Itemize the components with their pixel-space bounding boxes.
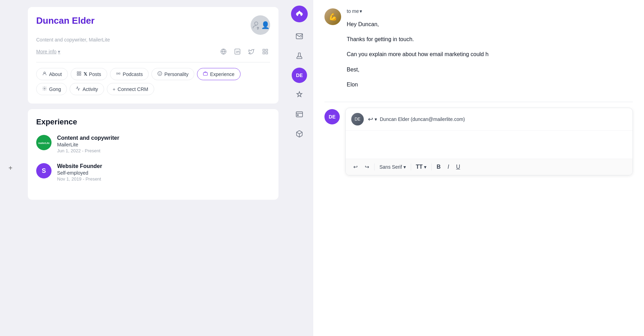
profile-title: Content and copywriter, MailerLite [36,37,270,43]
exp-date-2: Nov 1, 2019 - Present [57,176,102,182]
to-me-label: to me [347,8,359,14]
toolbar-divider-2 [411,163,411,170]
size-label: TT [416,164,423,170]
person-icon [42,71,47,77]
font-selector[interactable]: Sans Serif ▾ [377,163,408,171]
undo-button[interactable]: ↩ [351,162,360,171]
reply-toolbar: ↩ ↪ Sans Serif ▾ TT ▾ B [346,159,633,175]
ai-icon-button[interactable] [291,86,308,103]
podcast-icon [116,71,121,77]
profile-tabs: About 𝕏 Posts [36,68,270,95]
tab-activity-label: Activity [83,86,98,92]
more-info-label: More info [36,49,56,54]
reply-body[interactable] [346,131,633,159]
tab-connect-crm[interactable]: + Connect CRM [107,83,154,95]
experience-section-title: Experience [36,117,270,127]
email-compose-icon-button[interactable] [291,28,308,45]
tab-podcasts[interactable]: Podcasts [110,68,149,80]
experience-info-1: Content and copywriter MailerLite Jun 1,… [57,135,119,153]
tab-gong[interactable]: Gong [36,83,67,95]
side-action-icons: DE [324,108,340,175]
svg-text:?: ? [257,26,259,30]
plus-icon-tab: + [113,86,116,92]
svg-point-0 [254,22,258,25]
svg-rect-8 [263,49,265,51]
tab-personality-label: Personality [164,71,188,77]
avatar: ? 👤 [251,15,270,35]
svg-rect-28 [297,115,299,116]
email-content: 💪 to me ▾ Hey Duncan, Thanks for getting… [313,0,644,336]
svg-rect-16 [79,74,81,75]
cube-icon-button[interactable] [291,125,308,142]
email-line-3: Can you explain more about how email mar… [347,49,633,59]
svg-point-17 [118,73,119,74]
divider [36,62,270,62]
svg-point-23 [44,88,45,89]
reply-compose-box[interactable]: DE ↩ ▾ Duncan Elder (duncan@mailerlite.c… [345,108,633,175]
tab-activity[interactable]: Activity [70,83,104,95]
size-selector[interactable]: TT ▾ [414,162,429,171]
exp-date-1: Jun 1, 2022 - Present [57,148,119,153]
middle-sidebar: DE [285,0,313,336]
reply-header: DE ↩ ▾ Duncan Elder (duncan@mailerlite.c… [346,108,633,131]
tab-connect-crm-label: Connect CRM [118,86,148,92]
activity-icon [76,86,80,92]
toolbar-divider-3 [431,163,432,170]
emoji-icon [157,71,162,77]
self-employed-logo: S [36,163,52,178]
exp-role-2: Website Founder [57,163,102,169]
svg-rect-15 [77,74,78,75]
italic-button[interactable]: I [446,162,451,171]
grid-icon[interactable] [260,47,270,56]
tab-personality[interactable]: Personality [151,68,194,80]
exp-role-1: Content and copywriter [57,135,119,141]
reply-to-name: Duncan Elder (duncan@mailerlite.com) [380,116,465,122]
globe-icon[interactable] [219,47,228,56]
bold-button[interactable]: B [434,162,443,171]
email-line-2: Thanks for getting in touch. [347,35,633,44]
add-button[interactable]: + [5,162,16,174]
left-panel: Duncan Elder ? 👤 Content and copywriter,… [21,0,285,336]
email-line-5: Elon [347,80,633,89]
tab-about[interactable]: About [36,68,68,80]
email-line-4: Best, [347,65,633,74]
tab-experience[interactable]: Experience [197,68,240,80]
profile-card: Duncan Elder ? 👤 Content and copywriter,… [28,7,278,104]
size-dropdown-icon: ▾ [424,164,426,170]
reply-dropdown-button[interactable]: ▾ [375,116,377,122]
card-icon-button[interactable] [291,106,308,123]
svg-rect-27 [296,112,303,117]
email-line-1: Hey Duncan, [347,20,633,29]
lotus-icon-button[interactable] [291,6,308,22]
tab-posts[interactable]: 𝕏 Posts [71,68,107,80]
tab-posts-label: Posts [89,71,101,77]
svg-rect-10 [263,52,265,54]
font-label: Sans Serif [379,164,402,170]
more-info-row: More info ▾ [36,47,270,56]
exp-company-1: MailerLite [57,142,119,147]
underline-button[interactable]: U [454,162,462,171]
exp-company-2: Self-employed [57,170,102,176]
reply-info: ↩ ▾ Duncan Elder (duncan@mailerlite.com) [368,115,465,123]
tab-about-label: About [49,71,62,77]
to-me-dropdown-icon: ▾ [360,8,362,14]
svg-rect-11 [266,52,268,54]
redo-button[interactable]: ↪ [363,162,371,171]
mailerlite-logo: mailerLite [36,135,52,150]
twitter-icon[interactable] [246,47,256,56]
profile-name: Duncan Elder [36,15,95,26]
de-badge-button[interactable]: DE [291,67,308,84]
experience-card: Experience mailerLite Content and copywr… [28,109,278,200]
de-badge: DE [292,68,307,83]
add-button-wrapper: + [0,0,21,336]
social-icons [219,47,270,56]
reply-arrows: ↩ ▾ [368,115,377,123]
toolbar-divider-1 [374,163,375,170]
original-sender-avatar: 💪 [324,8,341,25]
svg-text:mailerLite: mailerLite [38,142,49,145]
flask-icon-button[interactable] [291,47,308,64]
svg-rect-14 [79,72,81,73]
linkedin-icon[interactable] [233,47,242,56]
to-me-button[interactable]: to me ▾ [347,8,362,14]
more-info-button[interactable]: More info ▾ [36,49,60,54]
